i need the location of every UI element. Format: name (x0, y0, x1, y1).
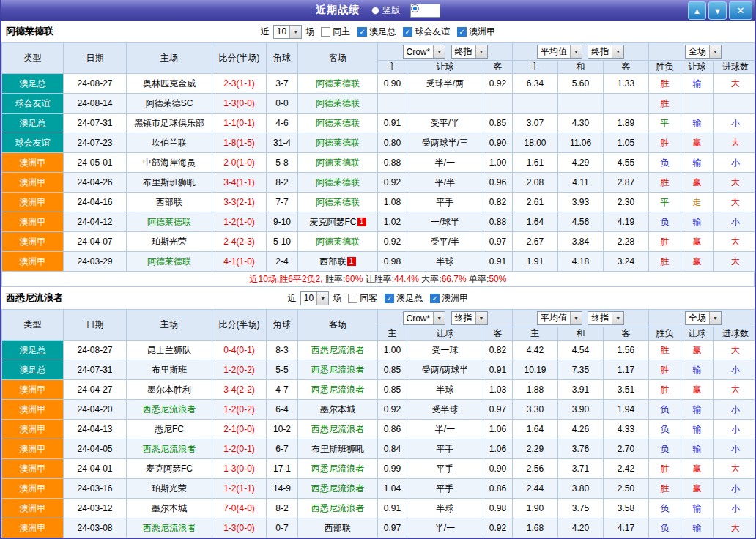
checkbox-icon[interactable] (321, 27, 330, 37)
away-team-name[interactable]: 阿德莱德联 (316, 118, 360, 128)
period-select[interactable]: 全场▼ (685, 311, 722, 325)
away-team-name[interactable]: 西悉尼流浪者 (311, 503, 364, 513)
away-team-cell: 阿德莱德联 (298, 114, 378, 133)
crow-away-odds: 0.90 (483, 133, 513, 153)
away-team-name[interactable]: 麦克阿瑟FC (310, 217, 357, 227)
crow-handicap-line: 半球 (407, 499, 483, 518)
home-team-name[interactable]: 墨尔本城 (152, 503, 187, 513)
odds-stage-select[interactable]: 终指▼ (451, 311, 488, 325)
crow-home-odds: 1.02 (378, 212, 407, 232)
away-team-name[interactable]: 西悉尼流浪者 (311, 365, 364, 375)
period-select[interactable]: 全场▼ (685, 45, 722, 59)
home-team-name[interactable]: 奥林匹克金威 (143, 78, 196, 89)
result-goals: 小 (714, 439, 756, 459)
avg-stage-select[interactable]: 终指▼ (588, 311, 624, 325)
crow-home-odds: 1.08 (378, 193, 407, 212)
away-team-name[interactable]: 阿德莱德联 (316, 177, 360, 187)
away-team-name[interactable]: 西悉尼流浪者 (311, 464, 364, 474)
filter-checkbox-0[interactable]: 同主 (321, 26, 350, 38)
avg-home-odds: 2.61 (513, 193, 558, 212)
home-team-name[interactable]: 布里斯班狮吼 (143, 177, 196, 187)
home-team-name[interactable]: 西悉尼流浪者 (143, 444, 196, 454)
average-select[interactable]: 平均值▼ (537, 311, 582, 325)
home-team-name[interactable]: 西悉尼流浪者 (143, 404, 196, 415)
league-tag: 澳洲甲 (2, 518, 64, 538)
filter-checkbox-2[interactable]: ✓球会友谊 (403, 26, 450, 38)
away-team-cell: 西悉尼流浪者 (298, 420, 378, 439)
result-outcome: 负 (649, 439, 681, 459)
summary-text: 44.4% (394, 274, 419, 284)
away-team-name[interactable]: 阿德莱德联 (316, 237, 360, 247)
team-section-wanderers: 西悉尼流浪者 近 10▼ 场 同客✓澳足总✓澳洲甲 类型 日期 主场 比分 (1, 287, 755, 539)
chevron-down-icon: ▼ (612, 45, 623, 58)
home-team-name[interactable]: 阿德莱德联 (147, 256, 191, 267)
filter-checkbox-2[interactable]: ✓澳洲甲 (430, 292, 468, 305)
away-team-name[interactable]: 西部联 (325, 523, 351, 533)
avg-away-odds: 1.94 (604, 400, 649, 420)
home-team-name[interactable]: 珀斯光荣 (152, 237, 187, 247)
away-team-name[interactable]: 墨尔本城 (320, 404, 355, 415)
match-row: 澳足总24-07-31黑镇市足球俱乐部1-1(0-1)4-6阿德莱德联0.91受… (2, 114, 756, 133)
col-header-score: 比分(半场) (212, 43, 267, 74)
away-team-name[interactable]: 阿德莱德联 (316, 197, 360, 207)
bookmaker-select[interactable]: Crow*▼ (403, 45, 446, 59)
away-team-name[interactable]: 布里斯班狮吼 (311, 444, 364, 454)
result-outcome: 负 (649, 420, 681, 439)
home-team-name[interactable]: 悉尼FC (155, 424, 184, 434)
games-label: 场 (333, 292, 341, 305)
close-button[interactable]: ✕ (729, 1, 752, 20)
odds-stage-select[interactable]: 终指▼ (451, 45, 488, 59)
home-team-name[interactable]: 中部海岸海员 (143, 157, 196, 168)
away-team-name[interactable]: 阿德莱德联 (316, 138, 360, 148)
bookmaker-select[interactable]: Crow*▼ (403, 311, 446, 325)
match-count-select[interactable]: 10▼ (300, 291, 329, 305)
filter-checkbox-0[interactable]: 同客 (348, 292, 377, 305)
checkbox-icon[interactable]: ✓ (430, 294, 440, 303)
home-team-name[interactable]: 墨尔本胜利 (147, 384, 191, 395)
home-team-name[interactable]: 阿德莱德SC (146, 98, 193, 108)
match-count-select[interactable]: 10▼ (273, 25, 302, 39)
home-team-name[interactable]: 坎伯兰联 (152, 138, 187, 148)
avg-away-odds (604, 94, 649, 114)
away-team-name[interactable]: 西悉尼流浪者 (311, 345, 364, 355)
away-team-name[interactable]: 西部联 (320, 256, 346, 267)
home-team-name[interactable]: 西悉尼流浪者 (143, 523, 196, 533)
average-select[interactable]: 平均值▼ (537, 45, 582, 59)
home-team-name[interactable]: 西部联 (156, 197, 182, 207)
filter-checkbox-3[interactable]: ✓澳洲甲 (457, 26, 495, 38)
radio-icon[interactable] (411, 4, 419, 12)
away-team-name[interactable]: 阿德莱德联 (316, 98, 360, 108)
away-team-name[interactable]: 西悉尼流浪者 (311, 424, 364, 434)
avg-stage-select[interactable]: 终指▼ (588, 45, 624, 59)
checkbox-icon[interactable] (348, 294, 357, 303)
away-team-name[interactable]: 阿德莱德联 (316, 157, 360, 168)
match-date: 24-07-31 (64, 114, 127, 133)
home-team-name[interactable]: 黑镇市足球俱乐部 (134, 118, 204, 128)
match-date: 24-04-01 (64, 459, 127, 479)
layout-radio-0[interactable]: 竖版 (371, 4, 400, 17)
radio-icon[interactable] (371, 7, 379, 15)
home-team-name[interactable]: 昆士兰狮队 (147, 345, 191, 355)
home-team-name[interactable]: 布里斯班 (152, 365, 187, 375)
away-team-name[interactable]: 西悉尼流浪者 (311, 384, 364, 395)
checkbox-icon[interactable]: ✓ (403, 27, 412, 37)
scroll-down-button[interactable]: ▼ (708, 1, 727, 20)
checkbox-icon[interactable]: ✓ (385, 294, 394, 303)
checkbox-icon[interactable]: ✓ (357, 27, 367, 37)
checkbox-icon[interactable]: ✓ (457, 27, 467, 37)
away-team-name[interactable]: 西悉尼流浪者 (311, 483, 364, 494)
away-team-name[interactable]: 阿德莱德联 (316, 78, 360, 89)
filter-checkbox-1[interactable]: ✓澳足总 (385, 292, 423, 305)
home-team-cell: 珀斯光荣 (127, 479, 212, 499)
layout-radio-1[interactable]: 横版 (410, 4, 440, 18)
match-date: 24-05-01 (64, 153, 127, 173)
home-team-name[interactable]: 麦克阿瑟FC (146, 464, 193, 474)
scroll-up-button[interactable]: ▲ (688, 1, 706, 20)
corner-count: 14-9 (267, 479, 298, 499)
home-team-name[interactable]: 珀斯光荣 (152, 483, 187, 494)
results-body: 澳足总24-08-27奥林匹克金威2-3(1-1)3-7阿德莱德联0.90受球半… (2, 74, 756, 272)
home-team-name[interactable]: 阿德莱德联 (147, 217, 191, 227)
league-tag: 澳洲甲 (2, 193, 64, 212)
avg-draw-odds: 11.06 (558, 133, 604, 153)
filter-checkbox-1[interactable]: ✓澳足总 (357, 26, 396, 38)
